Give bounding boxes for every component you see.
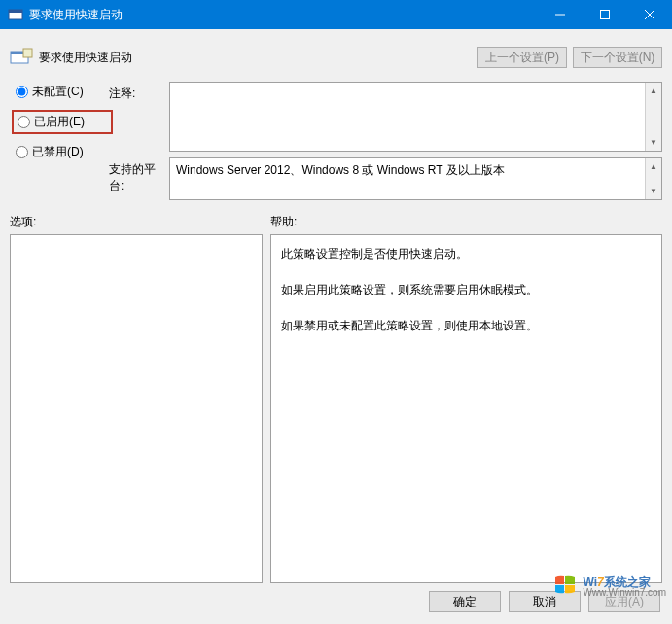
radio-not-configured-input[interactable] xyxy=(16,86,28,98)
comment-label: 注释: xyxy=(109,82,169,102)
radio-enabled-label: 已启用(E) xyxy=(34,114,85,130)
options-panel xyxy=(10,234,263,583)
scroll-up-icon: ▲ xyxy=(646,158,661,175)
comment-scrollbar[interactable]: ▲ ▼ xyxy=(645,83,661,151)
app-icon xyxy=(8,7,23,22)
platform-label: 支持的平台: xyxy=(109,157,169,194)
scroll-down-icon: ▼ xyxy=(646,134,661,151)
header-row: 要求使用快速启动 上一个设置(P) 下一个设置(N) xyxy=(10,47,662,68)
lower-labels: 选项: 帮助: xyxy=(10,214,662,230)
radio-disabled-input[interactable] xyxy=(16,146,28,158)
next-setting-button[interactable]: 下一个设置(N) xyxy=(573,47,662,68)
scroll-up-icon: ▲ xyxy=(646,83,661,99)
options-label: 选项: xyxy=(10,214,270,230)
help-panel: 此策略设置控制是否使用快速启动。 如果启用此策略设置，则系统需要启用休眠模式。 … xyxy=(270,234,662,583)
help-paragraph-1: 此策略设置控制是否使用快速启动。 xyxy=(281,243,652,265)
radio-disabled-label: 已禁用(D) xyxy=(32,144,84,160)
close-button[interactable] xyxy=(627,0,672,29)
minimize-button[interactable] xyxy=(538,0,583,29)
scroll-down-icon: ▼ xyxy=(646,183,661,199)
supported-platform-box: Windows Server 2012、Windows 8 或 Windows … xyxy=(169,157,662,200)
svg-rect-8 xyxy=(23,49,32,57)
cancel-button[interactable]: 取消 xyxy=(509,591,581,612)
help-paragraph-3: 如果禁用或未配置此策略设置，则使用本地设置。 xyxy=(281,315,652,337)
radio-enabled-input[interactable] xyxy=(18,116,30,128)
radio-disabled[interactable]: 已禁用(D) xyxy=(16,144,109,160)
comment-textarea[interactable]: ▲ ▼ xyxy=(169,82,662,152)
platform-scrollbar[interactable]: ▲ ▼ xyxy=(645,158,661,199)
svg-rect-1 xyxy=(9,10,22,13)
window-title: 要求使用快速启动 xyxy=(29,7,538,23)
dialog-footer: 确定 取消 应用(A) xyxy=(10,583,662,614)
policy-icon xyxy=(10,48,33,67)
svg-rect-3 xyxy=(601,11,610,19)
title-bar: 要求使用快速启动 xyxy=(0,0,672,29)
radio-not-configured-label: 未配置(C) xyxy=(32,84,84,100)
previous-setting-button[interactable]: 上一个设置(P) xyxy=(477,47,567,68)
help-paragraph-2: 如果启用此策略设置，则系统需要启用休眠模式。 xyxy=(281,279,652,301)
supported-platform-text: Windows Server 2012、Windows 8 或 Windows … xyxy=(176,163,505,177)
ok-button[interactable]: 确定 xyxy=(429,591,501,612)
help-label: 帮助: xyxy=(270,214,297,230)
content-area: 要求使用快速启动 上一个设置(P) 下一个设置(N) 未配置(C) 已启用(E)… xyxy=(0,29,672,624)
radio-enabled[interactable]: 已启用(E) xyxy=(12,110,113,134)
policy-title: 要求使用快速启动 xyxy=(39,50,472,66)
apply-button[interactable]: 应用(A) xyxy=(588,591,660,612)
radio-not-configured[interactable]: 未配置(C) xyxy=(16,84,109,100)
upper-section: 未配置(C) 已启用(E) 已禁用(D) 注释: ▲ ▼ xyxy=(10,82,662,200)
maximize-button[interactable] xyxy=(583,0,627,29)
state-radio-group: 未配置(C) 已启用(E) 已禁用(D) xyxy=(16,82,109,200)
lower-section: 此策略设置控制是否使用快速启动。 如果启用此策略设置，则系统需要启用休眠模式。 … xyxy=(10,234,662,583)
